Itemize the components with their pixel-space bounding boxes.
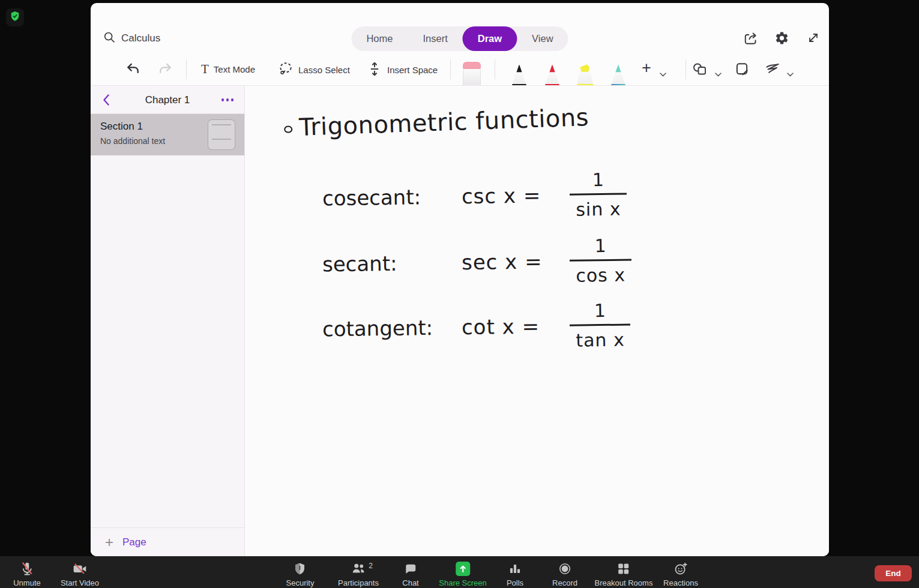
reactions-button[interactable]: Reactions — [663, 561, 698, 587]
add-page-button[interactable]: + Page — [91, 527, 244, 556]
participants-count-badge: 2 — [369, 562, 373, 570]
tab-view[interactable]: View — [517, 26, 568, 51]
pen-black-tool[interactable] — [508, 64, 530, 86]
participants-button[interactable]: 2 Participants — [338, 561, 379, 587]
eraser-tool[interactable] — [463, 62, 481, 86]
insert-space-label: Insert Space — [387, 65, 438, 75]
polls-label: Polls — [507, 578, 523, 587]
chevron-down-icon — [715, 73, 722, 77]
search-icon — [103, 31, 116, 46]
chevron-down-icon — [660, 73, 666, 77]
pen-teal-tool[interactable] — [607, 64, 629, 86]
gear-icon — [774, 31, 789, 46]
redo-button[interactable] — [157, 61, 173, 77]
plus-icon: + — [642, 60, 651, 76]
security-button[interactable]: Security — [286, 561, 315, 587]
handwritten-line-secant: secant: sec x = 1 cos x — [322, 235, 631, 289]
note-pen-icon — [734, 61, 750, 77]
lasso-select-button[interactable]: Lasso Select — [278, 61, 350, 79]
settings-button[interactable] — [774, 31, 790, 46]
page-thumbnail — [208, 119, 235, 150]
mic-muted-icon — [19, 561, 35, 577]
pen-red-tool[interactable] — [541, 64, 563, 86]
notebook-search[interactable]: Calculus — [103, 31, 160, 46]
unmute-button[interactable]: Unmute — [13, 561, 41, 587]
highlighter-yellow-tool[interactable] — [574, 64, 596, 86]
bullet-circle-icon — [284, 125, 292, 133]
toolbar-divider — [450, 59, 451, 79]
sticky-note-button[interactable] — [734, 61, 750, 77]
tab-draw[interactable]: Draw — [463, 26, 517, 51]
squiggle-icon — [764, 61, 781, 77]
fraction: 1 cos x — [569, 235, 631, 286]
handwritten-line-cosecant: cosecant: csc x = 1 sin x — [322, 169, 627, 223]
add-pen-button[interactable]: + — [642, 60, 651, 76]
insert-space-button[interactable]: Insert Space — [367, 61, 438, 79]
security-shield-icon — [293, 561, 307, 577]
handwritten-title: Trigonometric functions — [283, 103, 589, 142]
search-label: Calculus — [121, 32, 160, 44]
fraction: 1 tan x — [569, 299, 631, 350]
shield-check-icon — [9, 10, 21, 25]
add-page-label: Page — [122, 536, 146, 548]
sidebar-item-section-1[interactable]: Section 1 No additional text — [91, 114, 244, 155]
ellipsis-icon — [221, 98, 224, 101]
share-screen-icon — [456, 561, 470, 577]
breakout-rooms-label: Breakout Rooms — [595, 578, 653, 587]
sidebar-more-button[interactable] — [221, 98, 234, 101]
participants-label: Participants — [338, 578, 379, 587]
record-icon — [558, 561, 572, 577]
eraser-icon — [463, 62, 481, 69]
toolbar-divider — [186, 59, 187, 79]
start-video-button[interactable]: Start Video — [61, 561, 99, 587]
meeting-stage: Calculus Home Insert Draw View — [0, 0, 919, 588]
ink-replay-chevron[interactable] — [787, 68, 794, 79]
text-mode-label: Text Mode — [214, 64, 255, 74]
back-button[interactable] — [103, 94, 110, 108]
breakout-rooms-button[interactable]: Breakout Rooms — [595, 561, 653, 587]
text-mode-icon: T — [201, 61, 209, 77]
fullscreen-button[interactable] — [806, 31, 822, 46]
camera-off-icon — [72, 561, 88, 577]
chevron-down-icon — [787, 73, 794, 77]
share-icon — [743, 31, 758, 46]
shared-note-app-window: Calculus Home Insert Draw View — [91, 3, 829, 556]
unmute-label: Unmute — [13, 578, 41, 587]
ink-replay-button[interactable] — [764, 61, 781, 77]
reactions-label: Reactions — [663, 578, 698, 587]
undo-button[interactable] — [125, 61, 141, 77]
shapes-button[interactable] — [692, 61, 709, 77]
undo-icon — [125, 61, 141, 77]
tab-home[interactable]: Home — [351, 26, 408, 51]
record-label: Record — [552, 578, 577, 587]
breakout-rooms-icon — [616, 561, 631, 577]
expand-icon — [806, 31, 821, 45]
share-screen-button[interactable]: Share Screen — [439, 561, 487, 587]
insert-space-icon — [367, 61, 382, 79]
meeting-security-badge[interactable] — [6, 8, 24, 26]
add-pen-chevron[interactable] — [660, 68, 666, 79]
participants-icon: 2 — [351, 561, 366, 577]
fraction: 1 sin x — [569, 169, 627, 220]
toolbar-divider — [685, 59, 686, 79]
tab-insert[interactable]: Insert — [408, 26, 462, 51]
ribbon-tab-group: Home Insert Draw View — [351, 26, 568, 51]
handwritten-line-cotangent: cotangent: cot x = 1 tan x — [322, 299, 631, 354]
toolbar-divider — [495, 59, 495, 79]
share-export-button[interactable] — [743, 31, 758, 46]
polls-button[interactable]: Polls — [507, 561, 523, 587]
plus-icon: + — [105, 534, 113, 551]
redo-icon — [157, 61, 173, 77]
chat-bubble-icon — [403, 561, 418, 577]
text-mode-button[interactable]: T Text Mode — [201, 61, 255, 77]
lasso-icon — [278, 61, 294, 79]
shapes-chevron[interactable] — [715, 68, 722, 79]
drawing-canvas[interactable]: Trigonometric functions cosecant: csc x … — [246, 86, 829, 556]
end-meeting-button[interactable]: End — [875, 565, 912, 581]
shapes-icon — [692, 61, 709, 77]
record-button[interactable]: Record — [552, 561, 577, 587]
meeting-control-bar: Unmute Start Video Security 2 Particip — [0, 556, 919, 588]
chat-button[interactable]: Chat — [402, 561, 418, 587]
chat-label: Chat — [402, 578, 418, 587]
polls-icon — [508, 561, 522, 577]
